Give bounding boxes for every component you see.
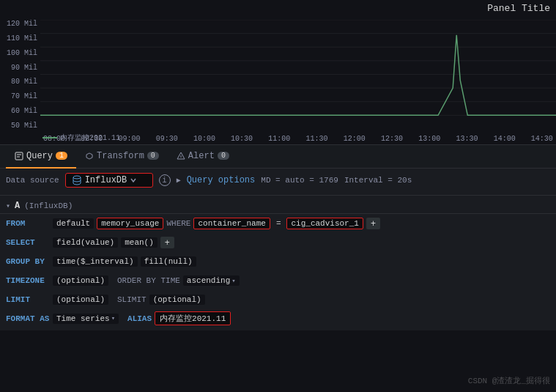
watermark: CSDN @渣渣龙_掘得很 xyxy=(468,375,550,386)
tabs-bar: Query 1 Transform 0 Alert 0 xyxy=(0,145,556,169)
group-by-row: GROUP BY time($_interval) fill(null) xyxy=(0,252,556,271)
tab-transform-badge: 0 xyxy=(147,152,159,160)
chart-svg xyxy=(40,20,556,130)
collapse-icon[interactable]: ▾ xyxy=(6,201,10,210)
panel-title-bar: Panel Title xyxy=(0,0,556,17)
select-func[interactable]: mean() xyxy=(121,237,157,248)
x-label-13: 14:30 xyxy=(531,135,553,143)
tab-query-badge: 1 xyxy=(56,152,67,160)
y-label-3: 90 Mil xyxy=(3,64,37,72)
from-measurement[interactable]: memory_usage xyxy=(97,218,163,229)
query-options-interval: Interval = 20s xyxy=(344,176,412,185)
svg-point-12 xyxy=(73,176,81,179)
chart-canvas xyxy=(40,20,556,130)
format-as-dropdown[interactable]: Time series ▾ xyxy=(53,314,119,324)
select-field[interactable]: field(value) xyxy=(53,237,118,248)
query-db-label: (InfluxDB) xyxy=(24,201,73,210)
chart-area: 120 Mil 110 Mil 100 Mil 90 Mil 80 Mil 70… xyxy=(0,17,556,145)
alias-label: ALIAS xyxy=(127,314,152,323)
select-add-btn[interactable]: + xyxy=(160,237,174,248)
y-label-1: 110 Mil xyxy=(3,34,37,42)
format-as-label: FORMAT AS xyxy=(6,314,50,323)
chart-legend: 内存监控2021.11 xyxy=(42,133,120,143)
x-label-6: 11:00 xyxy=(268,135,290,143)
info-icon[interactable]: i xyxy=(159,174,171,186)
transform-icon xyxy=(85,152,94,160)
format-as-row: FORMAT AS Time series ▾ ALIAS 内存监控2021.1… xyxy=(0,309,556,328)
x-label-9: 12:30 xyxy=(381,135,403,143)
group-by-fill[interactable]: fill(null) xyxy=(141,256,196,267)
from-add-btn[interactable]: + xyxy=(366,218,380,229)
slimit-label: SLIMIT xyxy=(117,295,147,304)
order-by-value: ascending xyxy=(187,276,230,285)
y-label-6: 60 Mil xyxy=(3,107,37,115)
x-label-7: 11:30 xyxy=(306,135,328,143)
limit-value[interactable]: (optional) xyxy=(53,295,108,305)
tab-transform-label: Transform xyxy=(97,151,144,161)
query-a-header: ▾ A (InfluxDB) xyxy=(0,199,556,214)
x-label-2: 09:00 xyxy=(118,135,140,143)
x-label-4: 10:00 xyxy=(193,135,215,143)
select-row: SELECT field(value) mean() + xyxy=(0,233,556,252)
select-label: SELECT xyxy=(6,238,50,247)
query-options-md: MD = auto = 1769 xyxy=(261,176,338,185)
chart-y-labels: 120 Mil 110 Mil 100 Mil 90 Mil 80 Mil 70… xyxy=(0,17,40,144)
where-keyword: WHERE xyxy=(166,219,190,228)
alias-value[interactable]: 内存监控2021.11 xyxy=(155,311,231,325)
from-operator: = xyxy=(273,218,284,229)
timezone-label: TIMEZONE xyxy=(6,276,50,285)
order-by-label: ORDER BY TIME xyxy=(117,276,180,285)
y-label-2: 100 Mil xyxy=(3,49,37,57)
datasource-label: Data source xyxy=(6,176,59,185)
tab-alert[interactable]: Alert 0 xyxy=(168,145,238,169)
limit-row: LIMIT (optional) SLIMIT (optional) xyxy=(0,290,556,309)
query-icon xyxy=(15,152,23,160)
arrow-right-icon: ▶ xyxy=(177,176,181,185)
datasource-row: Data source InfluxDB i ▶ Query options M… xyxy=(6,173,550,188)
y-label-0: 120 Mil xyxy=(3,20,37,28)
y-label-4: 80 Mil xyxy=(3,78,37,86)
alert-icon xyxy=(177,152,185,160)
timezone-row: TIMEZONE (optional) ORDER BY TIME ascend… xyxy=(0,271,556,290)
tab-query[interactable]: Query 1 xyxy=(6,145,76,169)
query-section: Data source InfluxDB i ▶ Query options M… xyxy=(0,169,556,196)
limit-label: LIMIT xyxy=(6,295,50,304)
x-label-5: 10:30 xyxy=(231,135,253,143)
group-by-label: GROUP BY xyxy=(6,257,50,266)
tab-alert-label: Alert xyxy=(188,151,215,161)
query-letter: A xyxy=(15,201,20,211)
x-label-8: 12:00 xyxy=(344,135,366,143)
slimit-value[interactable]: (optional) xyxy=(149,295,205,305)
from-label: FROM xyxy=(6,219,50,228)
x-label-11: 13:30 xyxy=(456,135,478,143)
legend-line xyxy=(42,137,57,138)
x-label-10: 13:00 xyxy=(418,135,440,143)
from-default: default xyxy=(53,218,94,229)
legend-label: 内存监控2021.11 xyxy=(60,133,120,143)
y-label-7: 50 Mil xyxy=(3,122,37,130)
from-container-name[interactable]: container_name xyxy=(193,218,270,229)
order-by-chevron: ▾ xyxy=(231,277,235,285)
format-as-value: Time series xyxy=(56,314,110,323)
datasource-select[interactable]: InfluxDB xyxy=(65,173,153,188)
panel-title: Panel Title xyxy=(487,3,550,14)
x-label-3: 09:30 xyxy=(156,135,178,143)
chevron-down-icon xyxy=(130,177,137,184)
y-label-5: 70 Mil xyxy=(3,92,37,100)
order-by-dropdown[interactable]: ascending ▾ xyxy=(183,275,240,286)
from-row: FROM default memory_usage WHERE containe… xyxy=(0,214,556,233)
x-label-12: 14:00 xyxy=(494,135,516,143)
query-options-label[interactable]: Query options xyxy=(187,175,256,185)
tab-alert-badge: 0 xyxy=(218,152,229,160)
from-value[interactable]: cig_cadvisor_1 xyxy=(286,218,363,229)
datasource-value: InfluxDB xyxy=(85,175,127,185)
tab-transform[interactable]: Transform 0 xyxy=(76,145,168,169)
query-builder: ▾ A (InfluxDB) FROM default memory_usage… xyxy=(0,196,556,330)
timezone-value[interactable]: (optional) xyxy=(53,275,108,286)
tab-query-label: Query xyxy=(26,151,53,161)
svg-rect-8 xyxy=(15,152,23,160)
database-icon xyxy=(72,175,82,185)
group-by-time[interactable]: time($_interval) xyxy=(53,256,138,267)
format-as-chevron: ▾ xyxy=(111,314,115,322)
